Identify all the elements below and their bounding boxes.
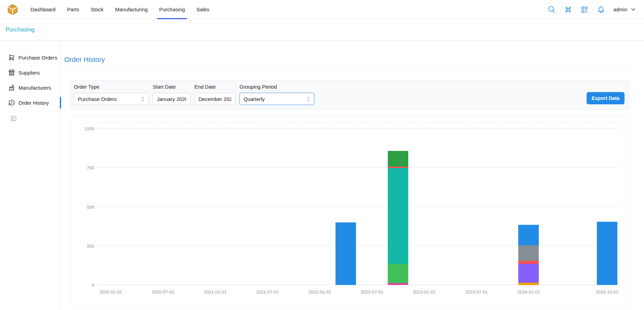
bar-segment bbox=[388, 151, 408, 167]
order-type-select[interactable]: Purchase Orders bbox=[74, 93, 149, 105]
grouping-period-label: Grouping Period bbox=[239, 83, 314, 90]
order-history-chart: 02505007501000 2020-01-012020-07-012021-… bbox=[70, 115, 629, 309]
tab-manufacturing[interactable]: Manufacturing bbox=[109, 0, 153, 19]
sidebar-item-label: Manufacturers bbox=[18, 85, 51, 91]
selector-icon bbox=[140, 96, 146, 102]
tab-sales[interactable]: Sales bbox=[191, 0, 215, 19]
building-store-icon bbox=[8, 69, 15, 76]
selector-icon bbox=[305, 96, 311, 102]
navbar-actions: admin bbox=[548, 5, 636, 14]
start-date-input[interactable] bbox=[153, 93, 190, 105]
building-factory-icon bbox=[8, 84, 15, 91]
sidebar-item-order-history[interactable]: Order History bbox=[0, 95, 60, 110]
bar-segment bbox=[388, 264, 408, 283]
gridline bbox=[98, 246, 620, 246]
bar-2024-10-01[interactable] bbox=[597, 222, 617, 285]
bar-2024-01-01[interactable] bbox=[518, 225, 539, 285]
sidebar-item-purchase-orders[interactable]: Purchase Orders bbox=[0, 50, 60, 65]
export-data-button[interactable]: Export Data bbox=[587, 92, 625, 104]
bar-segment bbox=[518, 225, 539, 245]
sidebar-item-label: Suppliers bbox=[18, 70, 40, 76]
end-date-input[interactable] bbox=[194, 93, 235, 105]
x-tick-label: 2023-07-01 bbox=[465, 289, 488, 295]
bar-segment bbox=[518, 261, 539, 264]
x-tick-label: 2020-01-01 bbox=[99, 289, 122, 295]
main-nav-tabs: Dashboard Parts Stock Manufacturing Purc… bbox=[25, 0, 215, 19]
main-panel: Order History Order Type Purchase Orders… bbox=[61, 40, 644, 309]
gridline bbox=[98, 207, 620, 207]
tab-dashboard[interactable]: Dashboard bbox=[25, 0, 61, 19]
order-type-field: Order Type Purchase Orders bbox=[74, 83, 149, 109]
bar-segment bbox=[388, 168, 408, 264]
sidebar-item-suppliers[interactable]: Suppliers bbox=[0, 65, 60, 80]
bar-segment bbox=[518, 245, 539, 261]
content-layout: Purchase Orders Suppliers Manufacturers … bbox=[0, 40, 644, 309]
gridline bbox=[98, 285, 620, 285]
chart-y-axis: 02505007501000 bbox=[70, 122, 94, 285]
y-tick-label: 1000 bbox=[84, 127, 94, 131]
bar-segment bbox=[597, 222, 617, 285]
sidebar: Purchase Orders Suppliers Manufacturers … bbox=[0, 40, 61, 309]
start-date-field: Start Date bbox=[153, 83, 190, 109]
y-tick-label: 250 bbox=[87, 244, 94, 248]
sidebar-item-label: Purchase Orders bbox=[18, 55, 57, 61]
end-date-label: End Date bbox=[194, 83, 235, 90]
order-type-value: Purchase Orders bbox=[78, 96, 117, 102]
bar-segment bbox=[518, 264, 539, 283]
chart-plot: 2020-01-012020-07-012021-01-012021-07-01… bbox=[98, 122, 620, 285]
x-tick-label: 2023-01-01 bbox=[413, 289, 436, 295]
gridline bbox=[98, 128, 620, 129]
bar-segment bbox=[335, 222, 356, 285]
breadcrumb-purchasing-link[interactable]: Purchasing bbox=[5, 26, 35, 33]
filter-card: Order Type Purchase Orders Start Date En… bbox=[70, 80, 629, 109]
search-icon[interactable] bbox=[548, 5, 556, 14]
x-tick-label: 2022-01-01 bbox=[309, 289, 331, 295]
bar-segment bbox=[518, 283, 539, 285]
x-tick-label: 2024-10-01 bbox=[596, 289, 619, 295]
bar-2022-04-01[interactable] bbox=[335, 222, 356, 285]
grouping-period-select[interactable]: Quarterly bbox=[239, 93, 314, 105]
command-icon[interactable] bbox=[564, 5, 572, 14]
tab-parts[interactable]: Parts bbox=[61, 0, 85, 19]
sidebar-item-manufacturers[interactable]: Manufacturers bbox=[0, 80, 60, 95]
start-date-label: Start Date bbox=[153, 83, 190, 90]
top-navbar: Dashboard Parts Stock Manufacturing Purc… bbox=[0, 0, 644, 19]
gridline-top bbox=[98, 122, 620, 122]
user-menu[interactable]: admin bbox=[613, 6, 636, 13]
history-icon bbox=[8, 99, 15, 106]
qrcode-icon[interactable] bbox=[580, 5, 589, 14]
breadcrumb: Purchasing bbox=[0, 19, 644, 40]
order-type-label: Order Type bbox=[74, 83, 149, 90]
bell-icon[interactable] bbox=[597, 5, 605, 14]
sidebar-collapse-icon[interactable] bbox=[10, 115, 17, 122]
tab-stock[interactable]: Stock bbox=[85, 0, 109, 19]
y-tick-label: 750 bbox=[87, 166, 94, 170]
tab-purchasing[interactable]: Purchasing bbox=[153, 0, 191, 19]
grouping-period-field: Grouping Period Quarterly bbox=[239, 83, 314, 109]
username-label: admin bbox=[613, 7, 627, 12]
x-tick-label: 2024-01-01 bbox=[517, 289, 540, 295]
bar-segment bbox=[388, 284, 408, 285]
y-tick-label: 500 bbox=[87, 205, 94, 209]
chevron-down-icon bbox=[630, 6, 636, 13]
end-date-field: End Date bbox=[194, 83, 235, 109]
gridline bbox=[98, 167, 620, 168]
bar-2022-10-01[interactable] bbox=[388, 151, 408, 285]
title-divider bbox=[64, 70, 634, 70]
panel-title: Order History bbox=[64, 55, 634, 64]
y-tick-label: 0 bbox=[92, 283, 94, 287]
sidebar-item-label: Order History bbox=[18, 100, 49, 106]
x-tick-label: 2021-01-01 bbox=[204, 289, 227, 295]
x-tick-label: 2021-07-01 bbox=[256, 289, 279, 295]
app-logo-icon[interactable] bbox=[7, 4, 18, 15]
shopping-cart-icon bbox=[8, 54, 15, 61]
x-tick-label: 2022-07-01 bbox=[360, 289, 383, 295]
x-tick-label: 2020-07-01 bbox=[152, 289, 175, 295]
grouping-period-value: Quarterly bbox=[244, 96, 265, 102]
